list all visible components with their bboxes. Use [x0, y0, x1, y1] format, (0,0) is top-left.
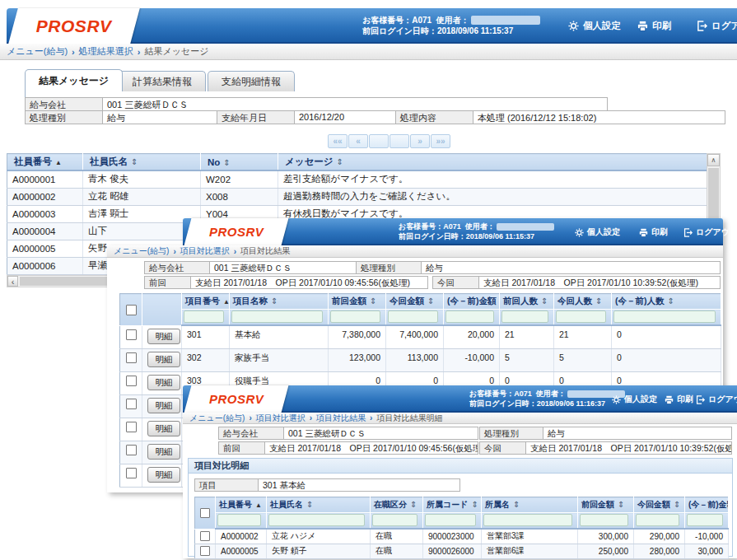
table-row: A0000003吉澤 顕士Y004有休残日数がマイナスです。 [7, 205, 707, 222]
column-label: メッセージ [285, 156, 334, 166]
process-type-value: 給与 [102, 110, 217, 124]
breadcrumb: メニュー(給与) › 処理結果選択 › 結果メッセージ [0, 44, 737, 60]
app-header-bar: PROSRV お客様番号：A071 使用者： 前回ログイン日時：2018/09/… [7, 8, 737, 44]
cell-no: X008 [201, 188, 278, 205]
cell-employee-no: A0000002 [7, 188, 83, 205]
vertical-scrollbar[interactable]: ∧ [707, 153, 721, 221]
logout-label: ログアウト [711, 20, 737, 32]
tab-label: 計算結果情報 [133, 75, 192, 89]
cell-employee-no: A0000003 [7, 205, 83, 222]
cell-no [201, 257, 278, 274]
prosrv-logo: PROSRV [8, 8, 140, 44]
cell-employee-no: A0000001 [7, 170, 83, 188]
cell-message [278, 240, 707, 257]
cell-message: 有休残日数がマイナスです。 [278, 205, 707, 222]
table-row: A0000005矢野 [7, 240, 707, 257]
user-name-redacted [471, 16, 540, 25]
scroll-up-glyph: ∧ [711, 156, 716, 164]
tab-payment-detail[interactable]: 支給明細情報 [208, 71, 295, 91]
cell-employee-name: 早瀬 [83, 257, 201, 274]
scrollbar-thumb[interactable] [20, 277, 267, 286]
cell-no: Y004 [201, 205, 278, 222]
sort-both-icon: ⇕ [131, 157, 138, 166]
company-label: 給与会社 [25, 97, 103, 111]
page-last-button[interactable]: »» [431, 134, 450, 148]
printer-icon [637, 21, 648, 31]
column-header-employee-name[interactable]: 社員氏名⇕ [83, 154, 201, 171]
horizontal-scrollbar[interactable]: ‹ [7, 275, 435, 287]
tab-result-message[interactable]: 結果メッセージ [25, 69, 123, 91]
page-prev-button[interactable]: « [348, 134, 368, 148]
column-header-employee-no[interactable]: 社員番号▲ [7, 154, 83, 171]
cell-message [278, 257, 707, 274]
user-label: 使用者： [436, 16, 469, 25]
gear-icon [568, 21, 579, 31]
tab-label: 結果メッセージ [39, 74, 109, 88]
page-number-button[interactable] [369, 134, 389, 148]
cell-employee-name: 矢野 [83, 240, 201, 257]
cell-employee-name: 山下 [83, 222, 201, 240]
logout-icon [697, 21, 707, 31]
sort-both-icon: ⇕ [223, 158, 230, 167]
process-content-value: 本処理 (2016/12/12 15:18:02) [473, 110, 725, 124]
breadcrumb-separator: › [138, 47, 141, 57]
cell-no [201, 222, 278, 240]
personal-settings-button[interactable]: 個人設定 [568, 20, 621, 32]
cell-no: W202 [201, 170, 278, 188]
breadcrumb-link-menu[interactable]: メニュー(給与) [7, 45, 68, 58]
table-row: A0000004山下 [7, 222, 707, 240]
result-message-table: 社員番号▲ 社員氏名⇕ No⇕ メッセージ⇕ A0000001青木 俊夫W202… [7, 153, 707, 275]
cell-message: 超過勤務時間の入力をご確認ください。 [278, 188, 707, 205]
scroll-left-button[interactable]: ‹ [7, 276, 18, 287]
scroll-up-button[interactable]: ∧ [707, 154, 720, 166]
page-first-button[interactable]: «« [328, 134, 348, 148]
column-header-message[interactable]: メッセージ⇕ [278, 154, 707, 171]
cell-employee-no: A0000006 [7, 257, 83, 274]
scrollbar-thumb[interactable] [708, 168, 719, 220]
sort-ascending-icon: ▲ [55, 159, 62, 166]
sort-both-icon: ⇕ [337, 157, 343, 166]
process-content-label: 処理内容 [395, 110, 473, 124]
table-row: A0000001青木 俊夫W202差引支給額がマイナスです。 [7, 170, 707, 188]
cell-employee-no: A0000005 [7, 240, 83, 257]
breadcrumb-link-result-select[interactable]: 処理結果選択 [79, 45, 133, 58]
column-label: 社員番号 [14, 156, 52, 166]
print-button[interactable]: 印刷 [637, 20, 671, 32]
scroll-left-glyph: ‹ [12, 277, 15, 287]
column-label: No [208, 157, 220, 167]
tab-label: 支給明細情報 [222, 75, 281, 89]
breadcrumb-separator: › [72, 47, 75, 57]
customer-number: お客様番号：A071 [362, 16, 431, 25]
column-header-no[interactable]: No⇕ [201, 154, 278, 171]
process-type-label: 処理種別 [25, 110, 103, 124]
last-login: 前回ログイン日時：2018/09/06 11:15:37 [362, 26, 540, 36]
column-label: 社員氏名 [90, 156, 128, 166]
cell-employee-name: 吉澤 顕士 [83, 205, 201, 222]
cell-employee-name: 立花 昭雄 [83, 188, 201, 205]
personal-settings-label: 個人設定 [583, 20, 621, 32]
logout-button[interactable]: ログアウト [697, 20, 737, 32]
page: { "icons": { "sort_asc": "▲", "sort_both… [0, 0, 737, 560]
session-info: お客様番号：A071 使用者： 前回ログイン日時：2018/09/06 11:1… [362, 15, 540, 36]
page-number-button[interactable] [389, 134, 409, 148]
pay-date-label: 支給年月日 [217, 110, 295, 124]
window-result-message: PROSRV お客様番号：A071 使用者： 前回ログイン日時：2018/09/… [0, 0, 737, 560]
page-next-button[interactable]: » [410, 134, 430, 148]
tab-calc-result[interactable]: 計算結果情報 [119, 71, 206, 91]
cell-message [278, 222, 707, 240]
table-row: A0000002立花 昭雄X008超過勤務時間の入力をご確認ください。 [7, 188, 707, 205]
breadcrumb-current: 結果メッセージ [144, 45, 208, 58]
prosrv-logo-text: PROSRV [36, 16, 112, 36]
cell-employee-no: A0000004 [7, 222, 83, 240]
cell-no [201, 240, 278, 257]
pay-date-value: 2016/12/20 [294, 110, 396, 124]
cell-message: 差引支給額がマイナスです。 [278, 170, 707, 188]
print-label: 印刷 [652, 20, 671, 32]
company-value: 001 三菱総研ＤＣＳ [102, 97, 608, 111]
cell-employee-name: 青木 俊夫 [83, 170, 201, 188]
table-row: A0000006早瀬 [7, 257, 707, 274]
